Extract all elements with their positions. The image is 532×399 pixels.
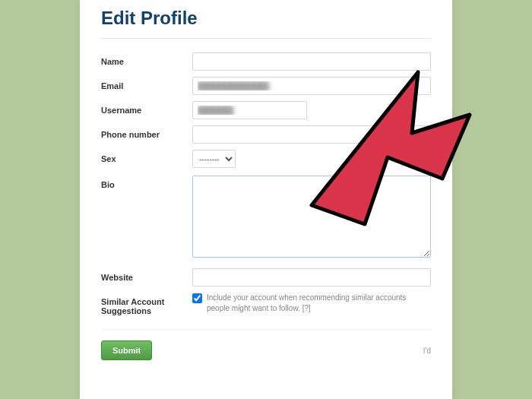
username-row: Username bbox=[101, 101, 431, 119]
help-link[interactable]: [?] bbox=[302, 304, 311, 312]
sex-label: Sex bbox=[101, 150, 192, 163]
email-label: Email bbox=[101, 77, 192, 90]
website-input[interactable] bbox=[192, 268, 431, 287]
sex-select[interactable]: -------- bbox=[192, 150, 236, 168]
bio-textarea[interactable] bbox=[192, 176, 431, 258]
website-label: Website bbox=[101, 268, 192, 282]
similar-checkbox[interactable] bbox=[192, 293, 202, 303]
submit-bar: Submit I'd bbox=[101, 329, 431, 360]
email-input[interactable] bbox=[192, 77, 431, 95]
similar-description: Include your account when recommending s… bbox=[207, 293, 431, 314]
name-row: Name bbox=[101, 52, 431, 71]
bio-row: Bio bbox=[101, 176, 431, 261]
phone-row: Phone number bbox=[101, 125, 431, 144]
phone-input[interactable] bbox=[192, 125, 431, 144]
phone-label: Phone number bbox=[101, 125, 192, 139]
name-label: Name bbox=[101, 52, 192, 66]
username-input[interactable] bbox=[192, 101, 307, 119]
right-truncated-text: I'd bbox=[423, 347, 431, 355]
edit-profile-page: Edit Profile Name Email Username Phone n… bbox=[80, 0, 452, 399]
website-row: Website bbox=[101, 268, 431, 287]
similar-label: Similar Account Suggestions bbox=[101, 293, 192, 315]
name-input[interactable] bbox=[192, 52, 431, 71]
email-row: Email bbox=[101, 77, 431, 95]
sex-row: Sex -------- bbox=[101, 150, 431, 168]
username-label: Username bbox=[101, 101, 192, 115]
bio-label: Bio bbox=[101, 176, 192, 189]
page-title: Edit Profile bbox=[101, 8, 431, 39]
submit-button[interactable]: Submit bbox=[101, 340, 152, 360]
similar-row: Similar Account Suggestions Include your… bbox=[101, 293, 431, 315]
